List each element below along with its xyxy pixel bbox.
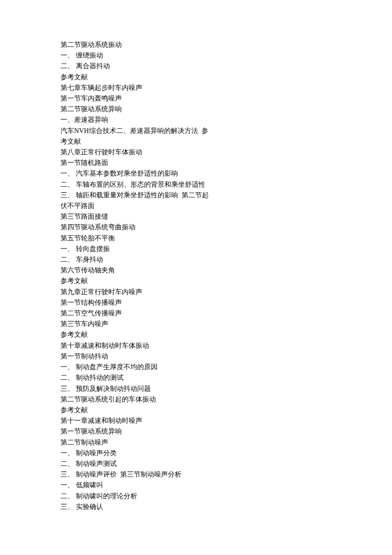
toc-line: 一、差速器异响 (61, 114, 392, 125)
toc-line: 参考文献 (61, 275, 392, 286)
toc-line: 参考文献 (61, 405, 392, 415)
toc-line: 二、 车身抖动 (61, 254, 392, 265)
toc-line: 参考文献 (61, 72, 392, 82)
toc-line: 第二节制动噪声 (61, 437, 392, 448)
toc-line: 伏不平路面 (61, 200, 392, 211)
toc-line: 参考文献 (61, 329, 392, 340)
document-page: 第二节驱动系统振动 一、 缠绕振动 二、 离合器抖动 参考文献 第七章车辆起步时… (0, 0, 392, 555)
toc-line: 三、 制动噪声评价 第三节制动噪声分析 (61, 469, 392, 480)
toc-line: 第二节空气传播噪声 (61, 308, 392, 318)
toc-line: 汽车NVH综合技术二、差速器异响的解决方法 参 (61, 125, 392, 136)
toc-line: 第十一章减速和制动时噪声 (61, 415, 392, 426)
toc-line: 三、 预防及解决制动抖动问题 (61, 383, 392, 394)
toc-line: 一、 缠绕振动 (61, 50, 392, 61)
toc-line: 第五节轮胎不平衡 (61, 233, 392, 243)
toc-line: 第二节驱动系统振动 (61, 39, 392, 50)
toc-line: 第一节随机路面 (61, 157, 392, 168)
toc-line: 第六节传动轴夹角 (61, 265, 392, 275)
toc-line: 第一节制动抖动 (61, 351, 392, 361)
toc-line: 第二节驱动系统异响 (61, 104, 392, 114)
toc-line: 一、 转向盘摆振 (61, 243, 392, 254)
toc-line: 第二节驱动系统引起的车体振动 (61, 394, 392, 405)
toc-line: 第四节驱动系统弯曲振动 (61, 222, 392, 232)
toc-line: 第一节结构传播噪声 (61, 297, 392, 308)
toc-line: 二、 制动啸叫的理论分析 (61, 491, 392, 501)
toc-line: 二、 制动噪声测试 (61, 458, 392, 469)
toc-line: 第一节驱动系统异响 (61, 426, 392, 436)
toc-line: 三、 实验确认 (61, 501, 392, 512)
toc-line: 第三节路面接缝 (61, 211, 392, 222)
toc-line: 第七章车辆起步时车内噪声 (61, 82, 392, 93)
toc-line: 第九章正常行驶时车内噪声 (61, 286, 392, 297)
toc-line: 第八章正常行驶时车体振动 (61, 147, 392, 157)
toc-line: 一、 低频啸叫 (61, 480, 392, 490)
toc-line: 二、 车轴布置的区别、形态的背景和乘坐舒适性 (61, 179, 392, 190)
toc-line: 三、 轴距和载重量对乘坐舒适性的影响 第二节起 (61, 190, 392, 200)
toc-line: 第三节车内噪声 (61, 318, 392, 329)
toc-line: 考文献 (61, 136, 392, 147)
toc-line: 二、 制动抖动的测试 (61, 372, 392, 383)
toc-line: 一、 汽车基本参数对乘坐舒适性的影响 (61, 168, 392, 179)
toc-line: 第十章减速和制动时车体振动 (61, 340, 392, 351)
toc-line: 第一节车内轰鸣噪声 (61, 93, 392, 104)
toc-line: 一、 制动盘产生厚度不均的原因 (61, 361, 392, 372)
toc-line: 一、 制动噪声分类 (61, 448, 392, 458)
toc-line: 二、 离合器抖动 (61, 61, 392, 71)
